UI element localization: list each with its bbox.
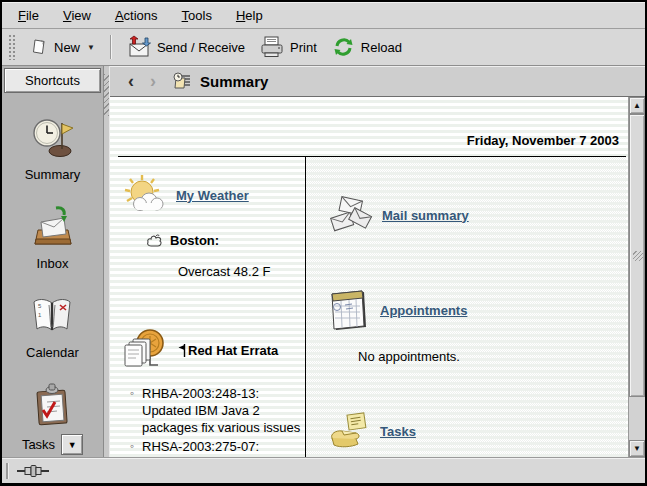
calendar-shortcut-icon: 5 1 (29, 293, 75, 339)
splitter-grip-icon (104, 74, 109, 116)
summary-content: Friday, November 7 2003 (110, 97, 645, 457)
tasks-summary-icon (326, 408, 372, 454)
scroll-up-icon: ▲ (633, 101, 641, 110)
online-status-plug-icon[interactable] (16, 464, 50, 478)
shortcuts-group-button[interactable]: Shortcuts (4, 68, 101, 93)
page-title: Summary (200, 73, 268, 90)
date-heading: Friday, November 7 2003 (467, 133, 619, 148)
sidebar-item-summary-label: Summary (25, 167, 81, 182)
errata-item[interactable]: RHSA-2003:275-07: Updated CUPS packages … (130, 438, 308, 457)
left-column: My Weather Boston: Overcast 48. (118, 157, 305, 457)
sidebar-item-summary[interactable]: Summary (25, 115, 81, 182)
weather-icon (120, 171, 168, 219)
new-document-icon (29, 37, 49, 57)
toolbar-grip-handle[interactable] (8, 34, 16, 60)
evolution-window: File View Actions Tools Help New ▼ (0, 0, 647, 486)
menu-help[interactable]: Help (232, 6, 267, 25)
appointments-section-header: Appointments (326, 287, 626, 333)
inbox-shortcut-icon (30, 204, 76, 250)
appointments-link[interactable]: Appointments (380, 303, 467, 318)
tasks-section-header: Tasks (326, 408, 626, 454)
menu-actions[interactable]: Actions (111, 6, 162, 25)
new-dropdown-icon[interactable]: ▼ (87, 43, 95, 52)
menu-tools[interactable]: Tools (178, 6, 216, 25)
shortcuts-sidebar: Shortcuts Summary (2, 66, 103, 457)
weather-location-row: Boston: (146, 233, 301, 248)
print-icon (259, 35, 285, 59)
statusbar-grip (6, 463, 8, 479)
appointments-icon (326, 287, 372, 333)
window-chrome: File View Actions Tools Help New ▼ (2, 2, 645, 483)
print-button[interactable]: Print (252, 30, 324, 64)
new-button-label: New (54, 40, 80, 55)
red-hat-errata-icon (120, 325, 170, 375)
send-receive-button[interactable]: Send / Receive (119, 30, 252, 64)
folder-title-bar: ‹ › Summary (110, 66, 645, 97)
summary-shortcut-icon (30, 115, 76, 161)
sidebar-item-tasks-label: Tasks (22, 437, 55, 452)
cloud-icon (146, 234, 164, 248)
appointments-empty-text: No appointments. (358, 349, 626, 364)
shortcut-overflow-button[interactable]: ▼ (61, 434, 83, 455)
main-row: Shortcuts Summary (2, 66, 645, 457)
right-column: Mail summary (305, 157, 626, 457)
weather-section-header: My Weather (120, 171, 301, 219)
scroll-down-button[interactable]: ▼ (629, 440, 645, 457)
weather-location: Boston: (170, 233, 219, 248)
summary-title-icon (172, 72, 192, 90)
errata-title: Red Hat Errata (188, 343, 278, 358)
new-button[interactable]: New ▼ (22, 32, 102, 62)
scroll-up-button[interactable]: ▲ (629, 97, 645, 114)
main-view: ‹ › Summary Friday, November 7 2003 (110, 66, 645, 457)
errata-section-header: Red Hat Errata (120, 325, 301, 375)
reload-icon (331, 35, 356, 59)
back-icon[interactable]: ‹ (122, 72, 140, 90)
flag-icon (178, 344, 186, 357)
scrollbar-grip-icon (633, 251, 643, 261)
toolbar: New ▼ Send / Receive (2, 29, 645, 66)
mail-summary-link[interactable]: Mail summary (382, 208, 469, 223)
mail-section-header: Mail summary (326, 191, 626, 239)
scrollbar-thumb[interactable] (629, 114, 645, 397)
mail-summary-icon (326, 191, 374, 239)
print-label: Print (290, 40, 317, 55)
chevron-down-icon: ▼ (68, 440, 77, 450)
send-receive-icon (126, 35, 152, 59)
vertical-scrollbar[interactable]: ▲ ▼ (628, 97, 645, 457)
tasks-link[interactable]: Tasks (380, 424, 416, 439)
sidebar-splitter[interactable] (103, 66, 110, 457)
tasks-shortcut-icon (29, 382, 75, 428)
forward-icon[interactable]: › (144, 72, 162, 90)
errata-list: RHBA-2003:248-13: Updated IBM Java 2 pac… (130, 385, 308, 457)
my-weather-link[interactable]: My Weather (176, 188, 249, 203)
status-bar (2, 457, 645, 483)
sidebar-item-calendar-label: Calendar (26, 345, 79, 360)
toolbar-separator (110, 35, 111, 59)
errata-item[interactable]: RHBA-2003:248-13: Updated IBM Java 2 pac… (130, 385, 308, 436)
reload-label: Reload (361, 40, 402, 55)
scroll-down-icon: ▼ (633, 444, 641, 453)
sidebar-item-inbox-label: Inbox (37, 256, 69, 271)
menu-file[interactable]: File (14, 6, 43, 25)
sidebar-item-inbox[interactable]: Inbox (30, 204, 76, 271)
shortcuts-group-label: Shortcuts (25, 73, 80, 88)
menu-bar: File View Actions Tools Help (2, 2, 645, 29)
reload-button[interactable]: Reload (324, 30, 409, 64)
sidebar-item-tasks[interactable]: Tasks ▼ (22, 382, 83, 455)
weather-condition: Overcast 48.2 F (178, 264, 301, 279)
send-receive-label: Send / Receive (157, 40, 245, 55)
summary-columns: My Weather Boston: Overcast 48. (118, 157, 626, 457)
menu-view[interactable]: View (59, 6, 95, 25)
sidebar-item-calendar[interactable]: 5 1 Calendar (26, 293, 79, 360)
